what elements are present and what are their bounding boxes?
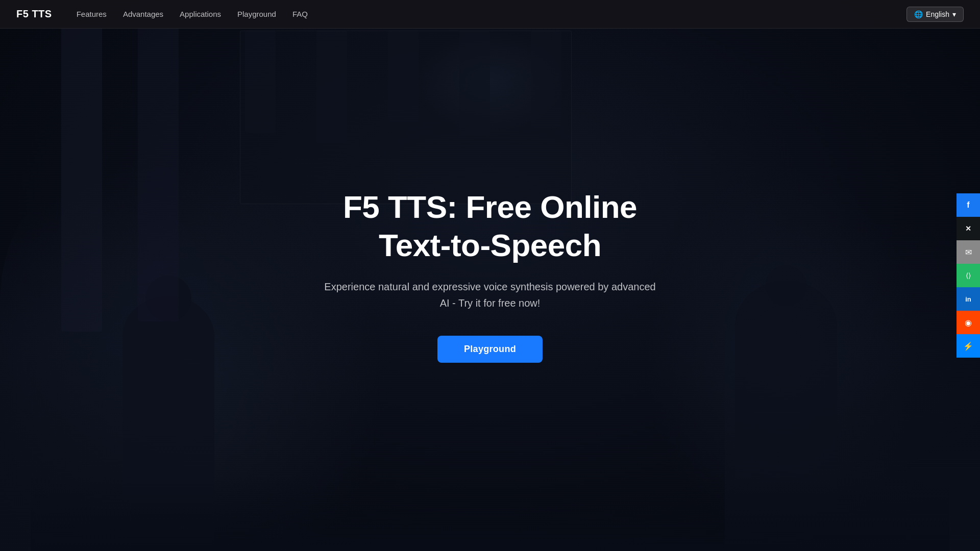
nav-faq[interactable]: FAQ	[292, 10, 308, 18]
playground-cta-button[interactable]: Playground	[437, 336, 543, 363]
language-label: English	[926, 10, 949, 18]
share-twitter-button[interactable]: ✕	[957, 217, 980, 240]
share-linkedin-button[interactable]: in	[957, 287, 980, 311]
language-selector[interactable]: 🌐 English ▾	[906, 7, 964, 22]
nav-links: Features Advantages Applications Playgro…	[77, 10, 906, 18]
nav-playground[interactable]: Playground	[237, 10, 276, 18]
bg-glow	[413, 31, 567, 133]
nav-features[interactable]: Features	[77, 10, 107, 18]
hero-subtitle: Experience natural and expressive voice …	[322, 279, 658, 311]
share-email-button[interactable]: ✉	[957, 240, 980, 264]
social-sidebar: f ✕ ✉ ⟨⟩ in ◉ ⚡	[957, 193, 980, 358]
globe-icon: 🌐	[914, 10, 923, 18]
linkedin-icon: in	[965, 295, 971, 303]
share-reddit-button[interactable]: ◉	[957, 311, 980, 334]
messenger-icon: ⚡	[963, 341, 973, 351]
hero-section: F5 TTS: Free Online Text-to-Speech Exper…	[0, 0, 980, 551]
share-messenger-button[interactable]: ⚡	[957, 334, 980, 358]
sharethis-icon: ⟨⟩	[966, 271, 971, 280]
twitter-icon: ✕	[965, 224, 971, 233]
hero-title: F5 TTS: Free Online Text-to-Speech	[322, 188, 658, 264]
nav-advantages[interactable]: Advantages	[123, 10, 163, 18]
share-facebook-button[interactable]: f	[957, 193, 980, 217]
chevron-down-icon: ▾	[952, 10, 956, 18]
nav-applications[interactable]: Applications	[180, 10, 221, 18]
reddit-icon: ◉	[965, 318, 972, 328]
email-icon: ✉	[965, 247, 972, 257]
brand-logo[interactable]: F5 TTS	[16, 8, 52, 20]
facebook-icon: f	[967, 201, 969, 210]
hero-content: F5 TTS: Free Online Text-to-Speech Exper…	[311, 188, 669, 363]
share-sharethis-button[interactable]: ⟨⟩	[957, 264, 980, 287]
navbar-right: 🌐 English ▾	[906, 7, 964, 22]
navbar: F5 TTS Features Advantages Applications …	[0, 0, 980, 29]
